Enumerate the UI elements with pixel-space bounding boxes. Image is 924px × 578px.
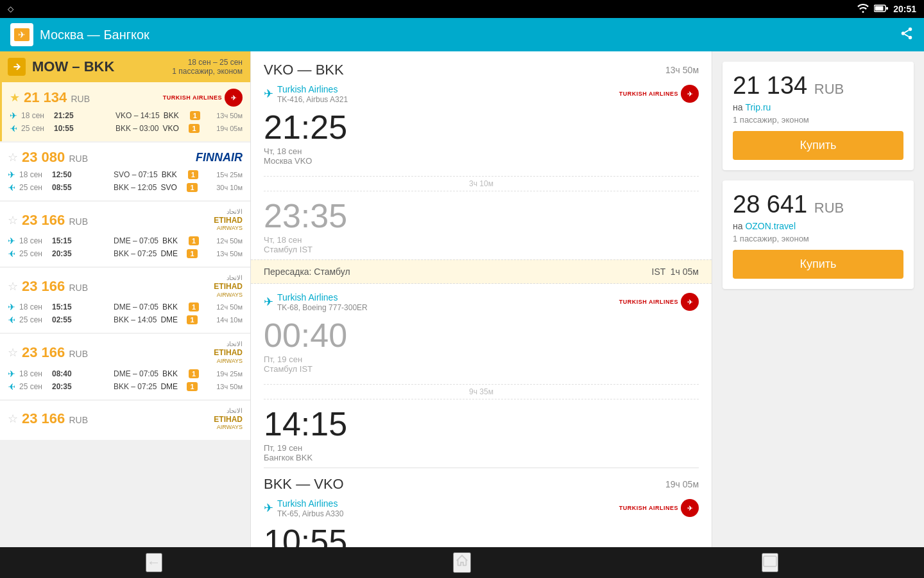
depart-meta-2: Пт, 19 сен Стамбул IST <box>264 355 699 374</box>
airline-logo-6: الاتحاد ETIHAD AIRWAYS <box>214 407 243 431</box>
airline-link-2[interactable]: Turkish Airlines <box>277 292 338 302</box>
legs-3: ✈ 18 сен 15:15 DME – 07:05 BKK 1 12ч 50м… <box>8 234 243 260</box>
star-button-6[interactable]: ☆ <box>8 412 18 426</box>
inbound-airline-link[interactable]: Turkish Airlines <box>277 498 338 509</box>
airline-logo-1: TURKISH AIRLINES ✈ <box>163 89 243 107</box>
card-source-1: на Trip.ru <box>733 102 903 112</box>
card-source-2: на OZON.travel <box>733 221 903 231</box>
price-card-1: 21 134 RUB на Trip.ru 1 пассажир, эконом… <box>723 62 914 170</box>
flight-detail-panel: VKO — BKK 13ч 50м ✈ Turkish Airlines TK-… <box>250 51 712 547</box>
airline-logo-2: FINNAIR <box>196 151 243 164</box>
inbound-header: BKK — VKO 19ч 05м ✈ Turkish Airlines TK-… <box>251 468 712 547</box>
svg-rect-1 <box>875 6 884 10</box>
wifi-icon <box>857 4 869 15</box>
home-button[interactable] <box>453 552 471 573</box>
search-summary[interactable]: MOW – BKK 18 сен – 25 сен 1 пассажир, эк… <box>0 51 250 82</box>
recent-apps-button[interactable] <box>762 553 778 572</box>
app-logo: ✈ <box>10 23 33 46</box>
flight-result-6[interactable]: ☆ 23 166 RUB الاتحاد ETIHAD AIRWAYS <box>0 401 250 440</box>
page-title: Москва — Бангкок <box>40 28 150 42</box>
flight-result-1[interactable]: ★ 21 134 RUB TURKISH AIRLINES ✈ ✈ 18 сен… <box>0 82 250 141</box>
star-button-2[interactable]: ☆ <box>8 150 18 164</box>
legs-5: ✈ 18 сен 08:40 DME – 07:05 BKK 1 19ч 25м… <box>8 367 243 393</box>
star-button-4[interactable]: ☆ <box>8 279 18 293</box>
svg-rect-2 <box>886 7 888 10</box>
booking-panel: 21 134 RUB на Trip.ru 1 пассажир, эконом… <box>712 51 924 547</box>
airline-logo-3: الاتحاد ETIHAD AIRWAYS <box>214 208 243 232</box>
card-price-2: 28 641 RUB <box>733 191 903 218</box>
arrival-time-2: 14:15 <box>264 405 699 443</box>
source-link-2[interactable]: OZON.travel <box>745 221 796 231</box>
inbound-duration: 19ч 05м <box>665 479 699 489</box>
price-2: 23 080 RUB <box>22 149 88 166</box>
airline-link-1[interactable]: Turkish Airlines <box>277 84 338 94</box>
price-5: 23 166 RUB <box>22 344 88 361</box>
legs-2: ✈ 18 сен 12:50 SVO – 07:15 BKK 1 15ч 25м… <box>8 168 243 194</box>
inbound-route: BKK — VKO <box>264 476 344 493</box>
layover-bar: Пересадка: Стамбул IST 1ч 05м <box>251 259 712 284</box>
ta-logo-segment2: TURKISH AIRLINES ✈ <box>619 293 699 311</box>
segment2-detail: ✈ Turkish Airlines TK-68, Boeing 777-300… <box>251 284 712 384</box>
battery-icon <box>874 4 888 14</box>
outbound-duration: 13ч 50м <box>665 65 699 75</box>
share-button[interactable] <box>900 26 914 44</box>
buy-button-1[interactable]: Купить <box>733 131 903 160</box>
arrival-meta-2: Пт, 19 сен Бангкок BKK <box>264 443 699 462</box>
star-button-1[interactable]: ★ <box>10 91 20 105</box>
search-icon <box>8 58 26 76</box>
svg-text:✈: ✈ <box>18 30 26 40</box>
price-card-2: 28 641 RUB на OZON.travel 1 пассажир, эк… <box>723 180 914 289</box>
app-header: ✈ Москва — Бангкок <box>0 18 924 51</box>
card-pax-1: 1 пассажир, эконом <box>733 115 903 125</box>
inbound-airline: ✈ Turkish Airlines TK-65, Airbus A330 TU… <box>264 498 699 518</box>
flight-result-3[interactable]: ☆ 23 166 RUB الاتحاد ETIHAD AIRWAYS ✈ 18… <box>0 202 250 267</box>
depart-time-2: 00:40 <box>264 316 699 355</box>
layover-duration: IST 1ч 05м <box>652 267 699 277</box>
svg-rect-11 <box>764 556 776 566</box>
bottom-navigation: ← <box>0 547 924 578</box>
svg-point-6 <box>902 31 905 35</box>
flight-duration-2: 9ч 35м <box>264 384 699 399</box>
departure-meta-1: Чт, 18 сен Москва VKO <box>264 146 699 166</box>
search-route: MOW – BKK <box>32 58 114 75</box>
flight-result-2[interactable]: ☆ 23 080 RUB FINNAIR ✈ 18 сен 12:50 SVO … <box>0 143 250 200</box>
price-4: 23 166 RUB <box>22 278 88 295</box>
price-6: 23 166 RUB <box>22 410 88 427</box>
layover-text: Пересадка: Стамбул <box>264 267 350 277</box>
airline-logo-5: الاتحاد ETIHAD AIRWAYS <box>214 340 243 364</box>
star-button-5[interactable]: ☆ <box>8 346 18 360</box>
card-pax-2: 1 пассажир, эконом <box>733 234 903 243</box>
back-button[interactable]: ← <box>146 553 162 572</box>
results-panel: MOW – BKK 18 сен – 25 сен 1 пассажир, эк… <box>0 51 250 547</box>
segment1-airline: ✈ Turkish Airlines TK-416, Airbus A321 T… <box>264 83 699 104</box>
arrival-layover: 23:35 Чт, 18 сен Стамбул IST <box>251 191 712 259</box>
departure-time-1: 21:25 <box>264 108 699 146</box>
svg-point-7 <box>909 35 912 39</box>
legs-1: ✈ 18 сен 21:25 VKO – 14:15 BKK 1 13ч 50м… <box>10 109 243 135</box>
ta-logo-inbound: TURKISH AIRLINES ✈ <box>619 499 699 517</box>
svg-line-9 <box>905 30 909 32</box>
time-display: 20:51 <box>893 4 916 14</box>
arrival-time-1: 23:35 <box>264 197 699 235</box>
outbound-route: VKO — BKK <box>264 62 344 78</box>
airline-logo-4: الاتحاد ETIHAD AIRWAYS <box>214 274 243 298</box>
buy-button-2[interactable]: Купить <box>733 250 903 279</box>
outbound-header: VKO — BKK 13ч 50м ✈ Turkish Airlines TK-… <box>251 51 712 176</box>
ta-logo-segment1: TURKISH AIRLINES ✈ <box>619 85 699 103</box>
flight-duration-1: 3ч 10м <box>264 176 699 191</box>
system-icon: ◇ <box>8 4 13 13</box>
flight-result-4[interactable]: ☆ 23 166 RUB الاتحاد ETIHAD AIRWAYS ✈ 18… <box>0 268 250 333</box>
price-3: 23 166 RUB <box>22 212 88 229</box>
legs-4: ✈ 18 сен 15:15 DME – 07:05 BKK 1 12ч 50м… <box>8 301 243 326</box>
svg-line-8 <box>905 34 909 37</box>
final-arrival: 14:15 Пт, 19 сен Бангкок BKK <box>251 399 712 468</box>
source-link-1[interactable]: Trip.ru <box>745 102 771 112</box>
flight-result-5[interactable]: ☆ 23 166 RUB الاتحاد ETIHAD AIRWAYS ✈ 18… <box>0 334 250 399</box>
status-bar: ◇ 20:51 <box>0 0 924 18</box>
card-price-1: 21 134 RUB <box>733 72 903 100</box>
svg-point-5 <box>909 27 912 31</box>
price-1: 21 134 RUB <box>24 89 90 106</box>
search-details: 18 сен – 25 сен 1 пассажир, эконом <box>172 58 243 76</box>
star-button-3[interactable]: ☆ <box>8 213 18 227</box>
arrival-meta-1: Чт, 18 сен Стамбул IST <box>264 235 699 254</box>
